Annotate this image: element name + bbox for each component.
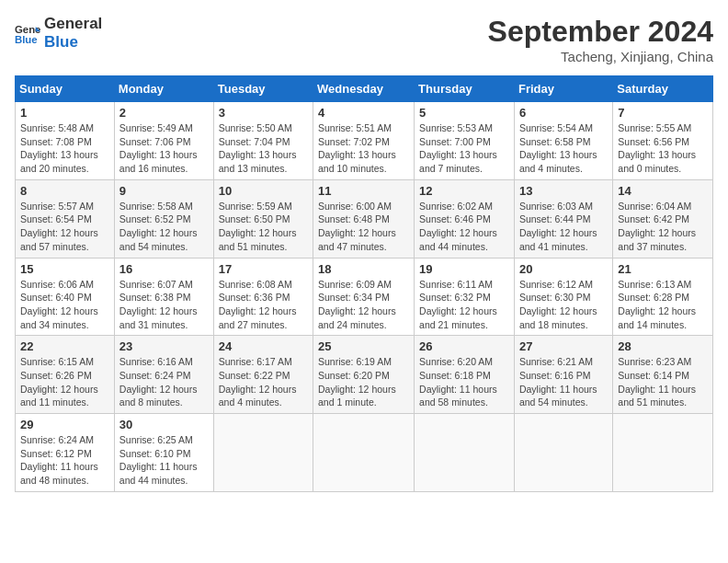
calendar-week-row: 15Sunrise: 6:06 AMSunset: 6:40 PMDayligh… bbox=[16, 258, 713, 336]
weekday-header-saturday: Saturday bbox=[613, 76, 713, 102]
month-title: September 2024 bbox=[488, 15, 713, 49]
calendar-day-cell: 17Sunrise: 6:08 AMSunset: 6:36 PMDayligh… bbox=[213, 258, 313, 336]
day-number: 2 bbox=[119, 106, 209, 120]
logo-general: General bbox=[44, 15, 102, 33]
calendar-day-cell: 24Sunrise: 6:17 AMSunset: 6:22 PMDayligh… bbox=[213, 336, 313, 414]
day-info: Sunrise: 6:06 AMSunset: 6:40 PMDaylight:… bbox=[20, 278, 109, 332]
calendar-day-cell: 12Sunrise: 6:02 AMSunset: 6:46 PMDayligh… bbox=[415, 179, 515, 258]
title-block: September 2024 Tacheng, Xinjiang, China bbox=[488, 15, 713, 64]
calendar-table: SundayMondayTuesdayWednesdayThursdayFrid… bbox=[15, 75, 713, 492]
day-info: Sunrise: 6:15 AMSunset: 6:26 PMDaylight:… bbox=[20, 355, 109, 409]
day-info: Sunrise: 6:20 AMSunset: 6:18 PMDaylight:… bbox=[419, 355, 509, 409]
day-number: 29 bbox=[20, 418, 109, 431]
day-info: Sunrise: 6:00 AMSunset: 6:48 PMDaylight:… bbox=[318, 200, 409, 254]
day-info: Sunrise: 6:21 AMSunset: 6:16 PMDaylight:… bbox=[519, 355, 608, 409]
day-info: Sunrise: 6:04 AMSunset: 6:42 PMDaylight:… bbox=[618, 200, 708, 254]
calendar-day-cell: 8Sunrise: 5:57 AMSunset: 6:54 PMDaylight… bbox=[16, 179, 115, 258]
calendar-day-cell: 3Sunrise: 5:50 AMSunset: 7:04 PMDaylight… bbox=[213, 102, 313, 180]
day-number: 13 bbox=[519, 184, 608, 198]
day-number: 8 bbox=[20, 184, 109, 198]
weekday-header-wednesday: Wednesday bbox=[313, 76, 415, 102]
calendar-day-cell: 23Sunrise: 6:16 AMSunset: 6:24 PMDayligh… bbox=[114, 336, 213, 414]
day-number: 10 bbox=[219, 184, 308, 198]
day-info: Sunrise: 6:25 AMSunset: 6:10 PMDaylight:… bbox=[119, 433, 209, 488]
day-number: 11 bbox=[318, 184, 409, 198]
day-number: 7 bbox=[618, 106, 708, 120]
page-header: General Blue General Blue September 2024… bbox=[15, 15, 713, 64]
day-info: Sunrise: 6:17 AMSunset: 6:22 PMDaylight:… bbox=[219, 355, 308, 409]
day-number: 28 bbox=[618, 339, 708, 353]
day-number: 18 bbox=[318, 262, 409, 276]
calendar-day-cell: 1Sunrise: 5:48 AMSunset: 7:08 PMDaylight… bbox=[16, 102, 115, 180]
day-number: 12 bbox=[419, 184, 509, 198]
day-info: Sunrise: 5:50 AMSunset: 7:04 PMDaylight:… bbox=[219, 121, 308, 176]
day-number: 9 bbox=[119, 184, 209, 198]
calendar-day-cell: 15Sunrise: 6:06 AMSunset: 6:40 PMDayligh… bbox=[16, 258, 115, 336]
calendar-day-cell: 26Sunrise: 6:20 AMSunset: 6:18 PMDayligh… bbox=[415, 336, 515, 414]
calendar-day-cell: 16Sunrise: 6:07 AMSunset: 6:38 PMDayligh… bbox=[114, 258, 213, 336]
day-number: 16 bbox=[119, 262, 209, 276]
logo-blue: Blue bbox=[44, 33, 102, 52]
day-info: Sunrise: 6:02 AMSunset: 6:46 PMDaylight:… bbox=[419, 200, 509, 254]
weekday-header-monday: Monday bbox=[114, 76, 213, 102]
day-info: Sunrise: 6:03 AMSunset: 6:44 PMDaylight:… bbox=[519, 200, 608, 254]
day-info: Sunrise: 5:49 AMSunset: 7:06 PMDaylight:… bbox=[119, 121, 209, 176]
day-info: Sunrise: 5:55 AMSunset: 6:56 PMDaylight:… bbox=[618, 121, 708, 176]
location: Tacheng, Xinjiang, China bbox=[488, 49, 713, 64]
svg-text:Blue: Blue bbox=[15, 33, 38, 44]
calendar-body: 1Sunrise: 5:48 AMSunset: 7:08 PMDaylight… bbox=[16, 102, 713, 492]
day-number: 22 bbox=[20, 339, 109, 353]
calendar-day-cell: 4Sunrise: 5:51 AMSunset: 7:02 PMDaylight… bbox=[313, 102, 415, 180]
day-info: Sunrise: 5:48 AMSunset: 7:08 PMDaylight:… bbox=[20, 121, 109, 176]
day-info: Sunrise: 6:08 AMSunset: 6:36 PMDaylight:… bbox=[219, 278, 308, 332]
day-info: Sunrise: 6:19 AMSunset: 6:20 PMDaylight:… bbox=[318, 355, 409, 409]
calendar-day-cell: 9Sunrise: 5:58 AMSunset: 6:52 PMDaylight… bbox=[114, 179, 213, 258]
calendar-day-cell bbox=[514, 414, 612, 492]
calendar-week-row: 1Sunrise: 5:48 AMSunset: 7:08 PMDaylight… bbox=[16, 102, 713, 180]
calendar-day-cell: 20Sunrise: 6:12 AMSunset: 6:30 PMDayligh… bbox=[514, 258, 612, 336]
day-info: Sunrise: 5:54 AMSunset: 6:58 PMDaylight:… bbox=[519, 121, 608, 176]
day-info: Sunrise: 5:53 AMSunset: 7:00 PMDaylight:… bbox=[419, 121, 509, 176]
calendar-day-cell: 11Sunrise: 6:00 AMSunset: 6:48 PMDayligh… bbox=[313, 179, 415, 258]
weekday-header-sunday: Sunday bbox=[16, 76, 115, 102]
weekday-header-friday: Friday bbox=[514, 76, 612, 102]
calendar-day-cell: 7Sunrise: 5:55 AMSunset: 6:56 PMDaylight… bbox=[613, 102, 713, 180]
day-info: Sunrise: 5:51 AMSunset: 7:02 PMDaylight:… bbox=[318, 121, 409, 176]
calendar-day-cell: 18Sunrise: 6:09 AMSunset: 6:34 PMDayligh… bbox=[313, 258, 415, 336]
calendar-day-cell: 14Sunrise: 6:04 AMSunset: 6:42 PMDayligh… bbox=[613, 179, 713, 258]
calendar-day-cell: 30Sunrise: 6:25 AMSunset: 6:10 PMDayligh… bbox=[114, 414, 213, 492]
day-number: 15 bbox=[20, 262, 109, 276]
day-number: 14 bbox=[618, 184, 708, 198]
calendar-week-row: 8Sunrise: 5:57 AMSunset: 6:54 PMDaylight… bbox=[16, 179, 713, 258]
day-number: 26 bbox=[419, 339, 509, 353]
day-number: 30 bbox=[119, 418, 209, 431]
day-info: Sunrise: 6:16 AMSunset: 6:24 PMDaylight:… bbox=[119, 355, 209, 409]
calendar-day-cell: 5Sunrise: 5:53 AMSunset: 7:00 PMDaylight… bbox=[415, 102, 515, 180]
day-number: 19 bbox=[419, 262, 509, 276]
calendar-day-cell bbox=[415, 414, 515, 492]
day-info: Sunrise: 5:57 AMSunset: 6:54 PMDaylight:… bbox=[20, 200, 109, 254]
logo-icon: General Blue bbox=[15, 20, 40, 46]
day-number: 20 bbox=[519, 262, 608, 276]
day-number: 21 bbox=[618, 262, 708, 276]
calendar-day-cell bbox=[613, 414, 713, 492]
weekday-header-tuesday: Tuesday bbox=[213, 76, 313, 102]
day-info: Sunrise: 6:12 AMSunset: 6:30 PMDaylight:… bbox=[519, 278, 608, 332]
calendar-day-cell: 10Sunrise: 5:59 AMSunset: 6:50 PMDayligh… bbox=[213, 179, 313, 258]
calendar-day-cell: 19Sunrise: 6:11 AMSunset: 6:32 PMDayligh… bbox=[415, 258, 515, 336]
day-info: Sunrise: 6:11 AMSunset: 6:32 PMDaylight:… bbox=[419, 278, 509, 332]
day-info: Sunrise: 5:58 AMSunset: 6:52 PMDaylight:… bbox=[119, 200, 209, 254]
calendar-day-cell: 6Sunrise: 5:54 AMSunset: 6:58 PMDaylight… bbox=[514, 102, 612, 180]
calendar-day-cell: 2Sunrise: 5:49 AMSunset: 7:06 PMDaylight… bbox=[114, 102, 213, 180]
logo: General Blue General Blue bbox=[15, 15, 102, 51]
calendar-day-cell: 13Sunrise: 6:03 AMSunset: 6:44 PMDayligh… bbox=[514, 179, 612, 258]
calendar-day-cell: 22Sunrise: 6:15 AMSunset: 6:26 PMDayligh… bbox=[16, 336, 115, 414]
day-number: 6 bbox=[519, 106, 608, 120]
day-info: Sunrise: 6:07 AMSunset: 6:38 PMDaylight:… bbox=[119, 278, 209, 332]
day-number: 25 bbox=[318, 339, 409, 353]
calendar-day-cell: 25Sunrise: 6:19 AMSunset: 6:20 PMDayligh… bbox=[313, 336, 415, 414]
day-info: Sunrise: 6:09 AMSunset: 6:34 PMDaylight:… bbox=[318, 278, 409, 332]
calendar-header-row: SundayMondayTuesdayWednesdayThursdayFrid… bbox=[16, 76, 713, 102]
day-info: Sunrise: 6:13 AMSunset: 6:28 PMDaylight:… bbox=[618, 278, 708, 332]
day-number: 5 bbox=[419, 106, 509, 120]
